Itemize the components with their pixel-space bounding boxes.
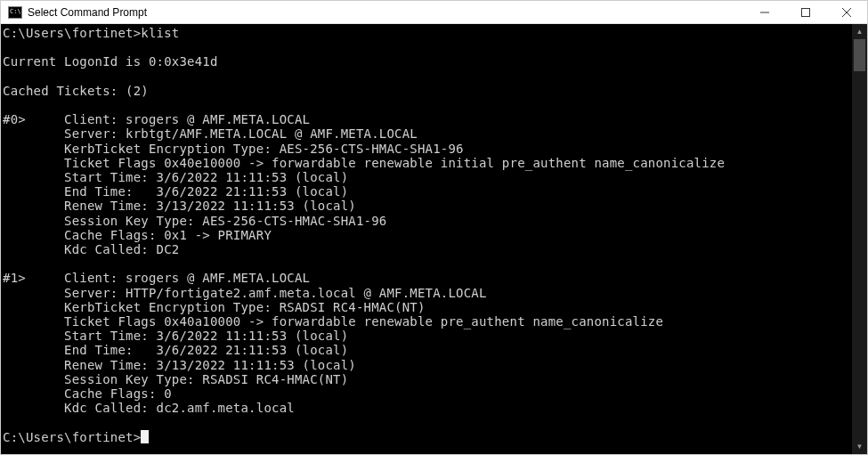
ticket-flags: Ticket Flags 0x40a10000 -> forwardable r… bbox=[64, 314, 663, 329]
minimize-button[interactable] bbox=[744, 1, 785, 23]
ticket-index: #1> bbox=[3, 271, 26, 285]
ticket-server: Server: krbtgt/AMF.META.LOCAL @ AMF.META… bbox=[64, 126, 418, 141]
close-icon bbox=[842, 8, 851, 17]
ticket-session: Session Key Type: AES-256-CTS-HMAC-SHA1-… bbox=[64, 214, 386, 228]
scroll-down-arrow-icon[interactable]: ▼ bbox=[852, 439, 867, 454]
ticket-end: End Time: 3/6/2022 21:11:53 (local) bbox=[64, 343, 348, 357]
client-area: C:\Users\fortinet>klist Current LogonId … bbox=[1, 24, 867, 454]
text-cursor bbox=[141, 430, 149, 443]
ticket-flags: Ticket Flags 0x40e10000 -> forwardable r… bbox=[64, 156, 725, 170]
ticket-enc: KerbTicket Encryption Type: RSADSI RC4-H… bbox=[64, 300, 426, 314]
ticket-kdc: Kdc Called: DC2 bbox=[64, 242, 179, 256]
prompt: C:\Users\fortinet> bbox=[3, 26, 141, 40]
ticket-renew: Renew Time: 3/13/2022 11:11:53 (local) bbox=[64, 199, 356, 213]
window-controls bbox=[744, 1, 867, 23]
scroll-thumb[interactable] bbox=[854, 39, 865, 71]
window-frame: Select Command Prompt C:\Users\fortinet>… bbox=[0, 0, 868, 455]
ticket-kdc: Kdc Called: dc2.amf.meta.local bbox=[64, 401, 295, 415]
window-title: Select Command Prompt bbox=[28, 6, 147, 19]
ticket-index: #0> bbox=[3, 112, 26, 126]
terminal-output[interactable]: C:\Users\fortinet>klist Current LogonId … bbox=[1, 24, 852, 444]
ticket-cache: Cache Flags: 0 bbox=[64, 386, 172, 401]
ticket-enc: KerbTicket Encryption Type: AES-256-CTS-… bbox=[64, 142, 464, 156]
svg-rect-1 bbox=[802, 8, 810, 16]
maximize-icon bbox=[801, 8, 810, 17]
svg-line-3 bbox=[842, 8, 851, 17]
vertical-scrollbar[interactable]: ▲ ▼ bbox=[852, 24, 867, 454]
ticket-end: End Time: 3/6/2022 21:11:53 (local) bbox=[64, 184, 348, 199]
ticket-session: Session Key Type: RSADSI RC4-HMAC(NT) bbox=[64, 372, 348, 386]
command-text: klist bbox=[141, 26, 179, 40]
svg-line-2 bbox=[842, 8, 851, 17]
titlebar[interactable]: Select Command Prompt bbox=[1, 1, 867, 24]
ticket-cache: Cache Flags: 0x1 -> PRIMARY bbox=[64, 228, 272, 242]
minimize-icon bbox=[760, 8, 769, 17]
ticket-start: Start Time: 3/6/2022 11:11:53 (local) bbox=[64, 170, 348, 184]
ticket-client: Client: srogers @ AMF.META.LOCAL bbox=[64, 271, 310, 285]
ticket-start: Start Time: 3/6/2022 11:11:53 (local) bbox=[64, 329, 348, 343]
prompt: C:\Users\fortinet> bbox=[3, 430, 141, 444]
ticket-renew: Renew Time: 3/13/2022 11:11:53 (local) bbox=[64, 358, 356, 372]
terminal-viewport[interactable]: C:\Users\fortinet>klist Current LogonId … bbox=[1, 24, 852, 454]
scroll-up-arrow-icon[interactable]: ▲ bbox=[852, 24, 867, 39]
ticket-client: Client: srogers @ AMF.META.LOCAL bbox=[64, 112, 310, 126]
close-button[interactable] bbox=[826, 1, 867, 23]
logon-id-line: Current LogonId is 0:0x3e41d bbox=[3, 54, 218, 69]
cached-tickets-line: Cached Tickets: (2) bbox=[3, 84, 149, 98]
cmd-icon bbox=[8, 6, 22, 19]
ticket-server: Server: HTTP/fortigate2.amf.meta.local @… bbox=[64, 286, 487, 300]
maximize-button[interactable] bbox=[785, 1, 826, 23]
